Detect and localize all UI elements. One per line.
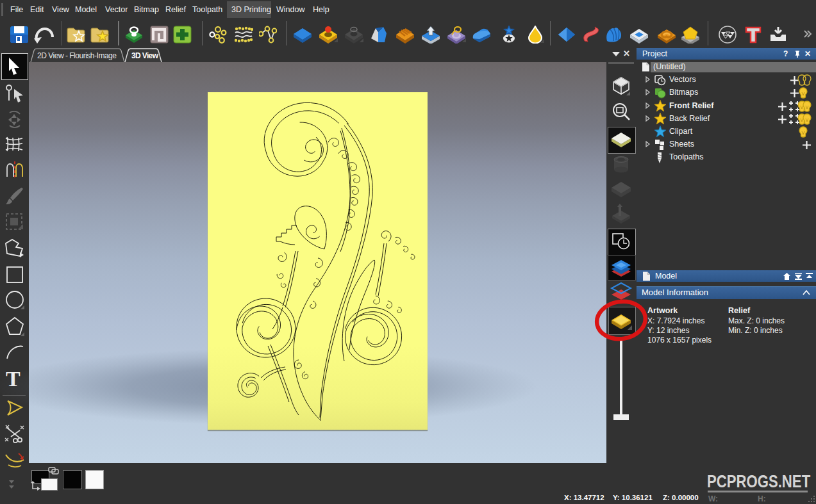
svg-text:3D View: 3D View: [131, 51, 159, 60]
svg-text:2D View - Flourish-Image: 2D View - Flourish-Image: [37, 51, 117, 60]
